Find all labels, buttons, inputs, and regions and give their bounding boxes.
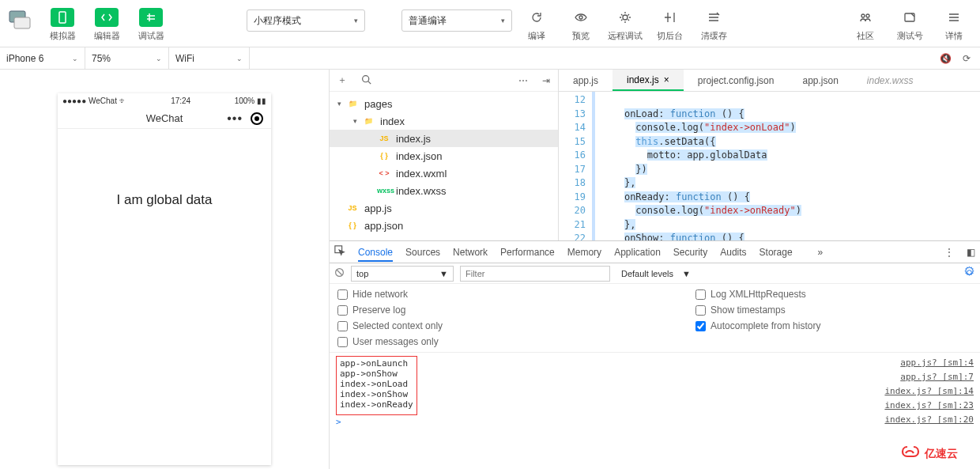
devtools-menu-icon[interactable]: ⋮ — [944, 247, 954, 258]
tab-index-js[interactable]: index.js × — [612, 70, 684, 91]
tree-item-index-json[interactable]: { }index.json — [330, 147, 558, 165]
svg-text:亿速云: 亿速云 — [924, 447, 958, 460]
device-bar: iPhone 6⌄ 75%⌄ WiFi⌄ 🔇 ⟳ — [0, 47, 980, 70]
opt-selected-context-only[interactable]: Selected context only — [337, 320, 443, 331]
devtools-tab-audits[interactable]: Audits — [720, 247, 746, 258]
opt-autocomplete-from-history[interactable]: Autocomplete from history — [695, 320, 820, 331]
app-logo — [6, 5, 35, 33]
dock-icon[interactable]: ◧ — [967, 247, 975, 258]
editor-button[interactable]: 编辑器 — [87, 5, 126, 44]
devtools-tab-application[interactable]: Application — [614, 247, 661, 258]
tree-item-pages[interactable]: ▾📁pages — [330, 95, 558, 112]
opt-preserve-log[interactable]: Preserve log — [337, 304, 443, 316]
tree-item-index-wxml[interactable]: < >index.wxml — [330, 165, 558, 182]
tree-item-index-js[interactable]: JSindex.js — [330, 130, 558, 147]
phone-status-bar: ●●●●● WeChat ᯤ 17:24 100% ▮▮ — [58, 93, 271, 108]
preview-button[interactable]: 预览 — [561, 5, 601, 44]
devtools-tab-security[interactable]: Security — [673, 247, 707, 258]
file-tree: ▾📁pages▾📁indexJSindex.js{ }index.json< >… — [330, 92, 558, 255]
close-icon[interactable]: × — [664, 74, 669, 85]
clear-cache-button[interactable]: 清缓存 — [694, 5, 733, 44]
svg-rect-2 — [59, 12, 66, 23]
zoom-select[interactable]: 75%⌄ — [85, 47, 169, 69]
phone-body: I am global data — [58, 129, 271, 208]
remote-debug-button[interactable]: 远程调试 — [605, 5, 645, 44]
tree-item-index-wxss[interactable]: wxssindex.wxss — [330, 182, 558, 199]
phone-navbar: WeChat ••• — [58, 108, 271, 129]
svg-point-4 — [623, 15, 628, 20]
simulator-panel: ●●●●● WeChat ᯤ 17:24 100% ▮▮ WeChat ••• … — [0, 70, 330, 469]
log-source-link[interactable]: index.js? [sm]:14 — [884, 384, 974, 399]
community-button[interactable]: 社区 — [846, 5, 885, 44]
console-output: app->onLaunchapp->onShowindex->onLoadind… — [330, 353, 980, 469]
log-source-link[interactable]: index.js? [sm]:23 — [884, 399, 974, 413]
devtools-tab-memory[interactable]: Memory — [567, 247, 601, 258]
tab-app-js[interactable]: app.js — [559, 70, 612, 91]
mode-select[interactable]: 小程序模式▾ — [247, 9, 365, 32]
test-id-button[interactable]: 测试号 — [890, 5, 929, 44]
rotate-icon[interactable]: ⟳ — [963, 53, 971, 64]
log-source-link[interactable]: app.js? [sm]:4 — [900, 356, 974, 370]
svg-point-3 — [579, 16, 582, 19]
devtools-tab-console[interactable]: Console — [358, 247, 393, 262]
log-source-link[interactable]: app.js? [sm]:7 — [900, 370, 974, 384]
devtools-tab-sources[interactable]: Sources — [405, 247, 440, 258]
more-icon[interactable]: ⋯ — [518, 75, 528, 86]
context-select[interactable]: top▼ — [351, 266, 454, 282]
menu-dots-icon[interactable]: ••• — [227, 112, 243, 126]
details-button[interactable]: 详情 — [934, 5, 974, 44]
network-select[interactable]: WiFi⌄ — [169, 47, 250, 69]
tree-item-app-js[interactable]: JSapp.js — [330, 199, 558, 217]
svg-rect-1 — [14, 17, 30, 28]
watermark-logo: 亿速云 — [901, 442, 972, 464]
devtools-tab-storage[interactable]: Storage — [760, 247, 793, 258]
tab-app-json[interactable]: app.json — [788, 70, 852, 91]
add-file-icon[interactable]: ＋ — [337, 74, 347, 87]
collapse-icon[interactable]: ⇥ — [542, 75, 550, 86]
main-toolbar: 模拟器 编辑器 调试器 小程序模式▾ 普通编译▾ 编译 预览 远程调试 切后台 … — [0, 0, 980, 47]
device-select[interactable]: iPhone 6⌄ — [0, 47, 85, 69]
background-button[interactable]: 切后台 — [650, 5, 689, 44]
page-title: WeChat — [146, 112, 183, 124]
wifi-icon: ᯤ — [119, 96, 127, 105]
log-source-link[interactable]: index.js? [sm]:20 — [884, 413, 974, 427]
console-prompt[interactable]: > — [336, 417, 974, 427]
console-filter-bar: top▼ Default levels▼ — [330, 263, 980, 284]
editor-tabs: app.jsindex.js ×project.config.jsonapp.j… — [559, 70, 980, 92]
opt-user-messages-only[interactable]: User messages only — [337, 336, 443, 347]
phone-preview: ●●●●● WeChat ᯤ 17:24 100% ▮▮ WeChat ••• … — [58, 93, 271, 465]
simulator-button[interactable]: 模拟器 — [43, 5, 82, 44]
tree-item-app-json[interactable]: { }app.json — [330, 217, 558, 234]
opt-show-timestamps[interactable]: Show timestamps — [695, 304, 820, 316]
filter-input[interactable] — [460, 266, 610, 282]
compile-select[interactable]: 普通编译▾ — [401, 9, 512, 32]
levels-select[interactable]: Default levels▼ — [616, 266, 695, 282]
tree-item-index[interactable]: ▾📁index — [330, 112, 558, 130]
inspect-icon[interactable] — [334, 245, 345, 259]
clear-console-icon[interactable] — [334, 267, 345, 280]
tab-project-config-json[interactable]: project.config.json — [684, 70, 789, 91]
svg-point-6 — [866, 14, 869, 17]
opt-log-xmlhttprequests[interactable]: Log XMLHttpRequests — [695, 289, 820, 300]
tab-index-wxss[interactable]: index.wxss — [853, 70, 928, 91]
devtools-tabs: ConsoleSourcesNetworkPerformanceMemoryAp… — [330, 241, 980, 263]
svg-point-5 — [861, 14, 865, 17]
devtools-tab-network[interactable]: Network — [453, 247, 488, 258]
search-icon[interactable] — [361, 74, 371, 87]
compile-button[interactable]: 编译 — [517, 5, 556, 44]
target-icon[interactable] — [251, 112, 263, 125]
mute-icon[interactable]: 🔇 — [940, 53, 952, 64]
overflow-icon[interactable]: » — [818, 247, 824, 258]
devtools-tab-performance[interactable]: Performance — [500, 247, 555, 258]
svg-point-8 — [363, 75, 369, 81]
opt-hide-network[interactable]: Hide network — [337, 289, 443, 300]
devtools-panel: ConsoleSourcesNetworkPerformanceMemoryAp… — [330, 240, 980, 469]
settings-gear-icon[interactable] — [963, 267, 975, 281]
console-options: Hide network Preserve log Selected conte… — [330, 284, 980, 353]
debugger-button[interactable]: 调试器 — [131, 5, 171, 44]
